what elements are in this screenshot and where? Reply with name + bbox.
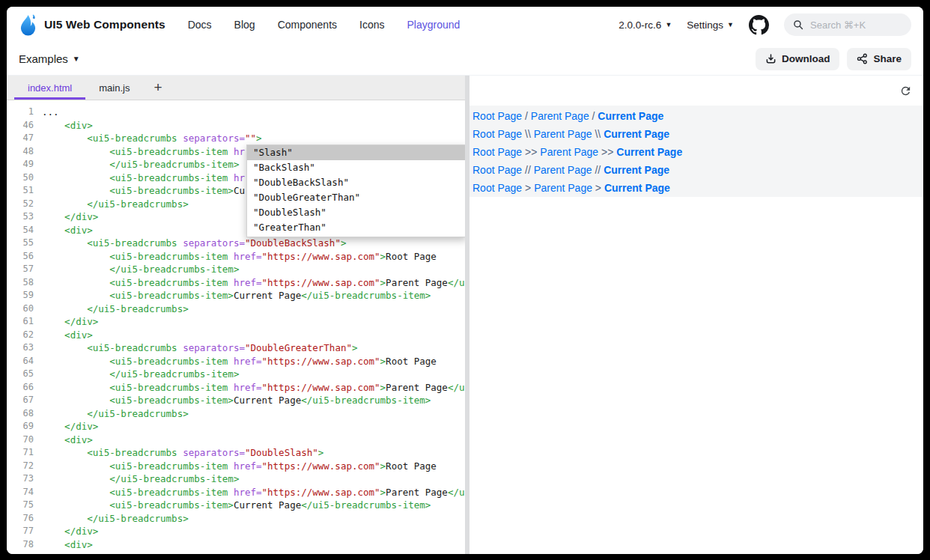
search-input[interactable] (809, 19, 902, 31)
code-line: 57 </ui5-breadcrumbs-item> (7, 263, 465, 276)
code-text: <ui5-breadcrumbs-item>Current Page</ui5-… (42, 289, 431, 302)
line-number: 59 (7, 289, 34, 302)
breadcrumb-link[interactable]: Root Page (472, 182, 522, 194)
code-line: 61 </div> (7, 315, 465, 329)
code-text: </ui5-breadcrumbs-item> (42, 263, 239, 276)
examples-dropdown[interactable]: Examples ▼ (19, 52, 80, 65)
breadcrumb-separator: \\ (522, 128, 534, 140)
breadcrumb-link[interactable]: Parent Page (534, 128, 592, 140)
line-number: 62 (7, 329, 34, 342)
code-text: <ui5-breadcrumbs separators="DoubleBackS… (42, 237, 346, 250)
autocomplete-item[interactable]: "DoubleGreaterThan" (247, 190, 465, 205)
code-text: <ui5-breadcrumbs-item href="https://www.… (42, 381, 465, 395)
line-number: 69 (7, 420, 34, 433)
breadcrumb-current: Current Page (604, 182, 670, 194)
code-text: </div> (42, 525, 98, 538)
breadcrumb-current: Current Page (604, 128, 669, 140)
code-text: <ui5-breadcrumbs-item href="https://www.… (42, 460, 437, 473)
tab-main-js[interactable]: main.js (85, 76, 143, 100)
line-number: 78 (7, 538, 34, 552)
download-button[interactable]: Download (756, 48, 840, 70)
code-text: <ui5-breadcrumbs-item href="https://www.… (42, 486, 465, 499)
code-text: </div> (42, 315, 98, 329)
code-line: 66 <ui5-breadcrumbs-item href="https://w… (7, 381, 465, 395)
download-icon (765, 53, 776, 64)
breadcrumb-link[interactable]: Parent Page (531, 110, 589, 122)
breadcrumb-link[interactable]: Parent Page (534, 164, 592, 176)
nav-item-playground[interactable]: Playground (407, 19, 461, 31)
share-button[interactable]: Share (847, 48, 911, 70)
code-text: </ui5-breadcrumbs-item> (42, 158, 239, 171)
tab-index-html[interactable]: index.html (14, 76, 85, 100)
line-number: 63 (7, 341, 34, 355)
code-line: 75 <ui5-breadcrumbs-item>Current Page</u… (7, 499, 465, 512)
line-number: 49 (7, 158, 34, 171)
code-line: 69 </div> (7, 420, 465, 433)
breadcrumb-separator: // (592, 164, 604, 176)
actions: Download Share (756, 48, 911, 70)
line-number: 48 (7, 145, 34, 159)
code-text: <ui5-breadcrumbs separators=""> (42, 132, 262, 145)
line-number: 65 (7, 368, 34, 381)
line-number: 71 (7, 446, 34, 460)
breadcrumb-current: Current Page (616, 146, 682, 158)
code-text: <div> (42, 119, 93, 133)
line-number: 57 (7, 263, 34, 276)
code-text: <ui5-breadcrumbs separators="DoubleSlash… (42, 446, 323, 460)
settings-dropdown[interactable]: Settings ▼ (687, 19, 734, 31)
code-text: </ui5-breadcrumbs> (42, 198, 189, 211)
nav-item-blog[interactable]: Blog (234, 19, 255, 31)
github-link[interactable] (749, 15, 769, 35)
search-icon (793, 19, 803, 30)
editor-tabbar: index.htmlmain.js+ (7, 76, 465, 100)
autocomplete-item[interactable]: "Slash" (247, 145, 465, 160)
code-line: 58 <ui5-breadcrumbs-item href="https://w… (7, 276, 465, 290)
code-line: 71 <ui5-breadcrumbs separators="DoubleSl… (7, 446, 465, 460)
breadcrumb-separator: >> (522, 146, 540, 158)
autocomplete-item[interactable]: "DoubleBackSlash" (247, 175, 465, 190)
line-number: 47 (7, 132, 34, 145)
code-text: <ui5-breadcrumbs-item href="https://www.… (42, 355, 437, 368)
nav-item-components[interactable]: Components (278, 19, 337, 31)
app-window: UI5 Web Components DocsBlogComponentsIco… (7, 7, 923, 554)
code-line: 77 </div> (7, 525, 465, 538)
line-number: 70 (7, 433, 34, 447)
code-text: <ui5-breadcrumbs-item hr (42, 145, 245, 159)
add-tab-button[interactable]: + (143, 76, 172, 100)
breadcrumb-link[interactable]: Root Page (472, 128, 522, 140)
settings-label: Settings (687, 19, 723, 31)
content-split: index.htmlmain.js+ 1...46 <div>47 <ui5-b… (7, 76, 923, 554)
refresh-button[interactable] (896, 82, 914, 100)
breadcrumb-separator: > (522, 182, 534, 194)
autocomplete-item[interactable]: "DoubleSlash" (247, 205, 465, 220)
breadcrumb-link[interactable]: Root Page (472, 164, 522, 176)
main-nav: DocsBlogComponentsIconsPlayground (188, 19, 461, 31)
code-line: 60 </ui5-breadcrumbs> (7, 302, 465, 316)
code-line: 65 </ui5-breadcrumbs-item> (7, 368, 465, 381)
brand[interactable]: UI5 Web Components (19, 14, 165, 36)
code-text: <ui5-breadcrumbs-item>Current Page</ui5-… (42, 394, 431, 407)
search-box[interactable] (784, 13, 911, 36)
line-number: 74 (7, 486, 34, 499)
breadcrumb-link[interactable]: Parent Page (534, 182, 592, 194)
line-number: 75 (7, 499, 34, 512)
breadcrumb-link[interactable]: Parent Page (540, 146, 598, 158)
nav-item-docs[interactable]: Docs (188, 19, 212, 31)
line-number: 54 (7, 224, 34, 237)
code-line: 55 <ui5-breadcrumbs separators="DoubleBa… (7, 237, 465, 250)
autocomplete-item[interactable]: "BackSlash" (247, 160, 465, 175)
nav-item-icons[interactable]: Icons (359, 19, 384, 31)
breadcrumb-separator: > (592, 182, 604, 194)
version-dropdown[interactable]: 2.0.0-rc.6 ▼ (619, 19, 672, 31)
breadcrumb-link[interactable]: Root Page (472, 110, 522, 122)
code-line: 62 <div> (7, 329, 465, 342)
breadcrumb-link[interactable]: Root Page (472, 146, 522, 158)
examples-bar: Examples ▼ Download Sha (7, 43, 923, 76)
line-number: 56 (7, 250, 34, 264)
code-line: 59 <ui5-breadcrumbs-item>Current Page</u… (7, 289, 465, 302)
share-icon (857, 53, 868, 64)
line-number: 67 (7, 394, 34, 407)
examples-label: Examples (19, 52, 68, 65)
code-line: 78 <div> (7, 538, 465, 552)
autocomplete-item[interactable]: "GreaterThan" (247, 220, 465, 235)
